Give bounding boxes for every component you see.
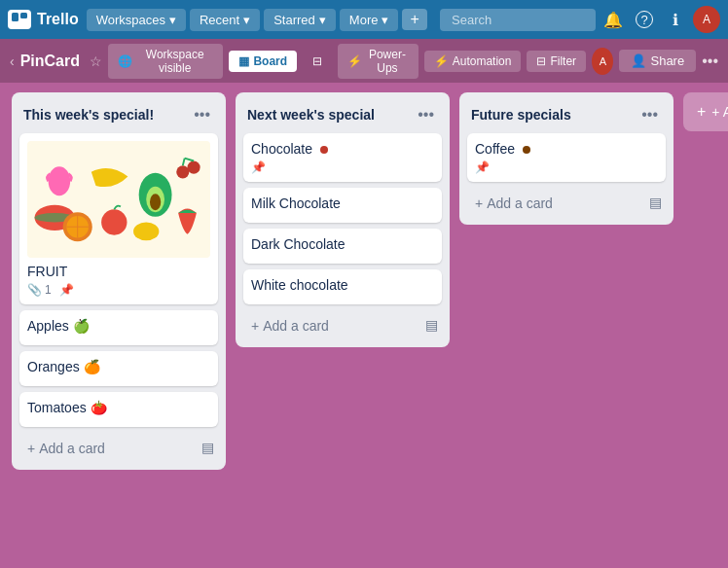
plus-icon: + — [475, 195, 483, 211]
card-meta: 📎 1 📌 — [27, 283, 210, 297]
list-header: Future specials ••• — [467, 100, 666, 133]
add-card-button[interactable]: + Add a card — [19, 435, 198, 462]
template-icon: ▤ — [425, 317, 438, 333]
template-icon: ▤ — [649, 195, 662, 210]
board-more-button[interactable]: ••• — [702, 53, 718, 70]
recent-menu[interactable]: Recent ▾ — [190, 9, 260, 31]
add-from-template-button[interactable]: ▤ — [645, 191, 666, 214]
card-fruit[interactable]: ✏ — [19, 133, 218, 304]
card-meta: 📌 — [475, 160, 658, 174]
back-arrow-button[interactable]: ‹ — [10, 53, 15, 69]
card-white-chocolate[interactable]: White chocolate — [243, 269, 442, 304]
pin-icon: 📌 — [251, 160, 266, 174]
starred-menu[interactable]: Starred ▾ — [264, 9, 336, 31]
card-title: White chocolate — [251, 277, 434, 293]
chevron-down-icon: ▾ — [169, 13, 176, 27]
svg-point-18 — [49, 166, 71, 195]
trello-wordmark: Trello — [37, 11, 79, 28]
board-content: This week's special! ••• ✏ — [0, 83, 728, 568]
globe-icon: 🌐 — [118, 54, 132, 68]
help-button[interactable]: ? — [631, 6, 658, 33]
board-title: PinCard — [20, 53, 80, 70]
card-apples[interactable]: Apples 🍏 — [19, 310, 218, 345]
chevron-down-icon: ▾ — [319, 13, 326, 27]
ellipsis-icon: ••• — [702, 53, 718, 69]
add-card-button[interactable]: + Add a card — [467, 190, 645, 217]
list-title: This week's special! — [23, 107, 154, 123]
card-tomatoes[interactable]: Tomatoes 🍅 — [19, 392, 218, 427]
add-from-template-button[interactable]: ▤ — [198, 436, 218, 459]
share-button[interactable]: 👤 Share — [619, 50, 696, 72]
add-card-button[interactable]: + Add a card — [243, 312, 421, 339]
svg-point-9 — [188, 161, 200, 174]
star-button[interactable]: ☆ — [90, 53, 102, 69]
template-icon: ▤ — [201, 440, 214, 455]
add-list-button[interactable]: + + Add another — [683, 92, 728, 131]
filter-button[interactable]: ⊟ Filter — [527, 51, 586, 72]
add-card-row: + Add a card ▤ — [19, 433, 218, 462]
color-dot — [320, 146, 328, 154]
card-milk-chocolate[interactable]: Milk Chocolate — [243, 188, 442, 223]
card-dark-chocolate[interactable]: Dark Chocolate — [243, 229, 442, 264]
board-header-right: ⚡ Power-Ups ⚡ Automation ⊟ Filter A 👤 Sh… — [338, 44, 718, 79]
list-header: Next week's special ••• — [243, 100, 442, 133]
svg-point-17 — [133, 223, 159, 241]
sliders-icon: ⊟ — [312, 54, 322, 68]
plus-icon: + — [410, 11, 419, 28]
card-meta: 📌 — [251, 160, 434, 174]
list-title: Next week's special — [247, 107, 375, 123]
card-title: Milk Chocolate — [251, 195, 434, 211]
bell-icon: 🔔 — [603, 11, 623, 29]
question-icon: ? — [636, 11, 653, 28]
pin-indicator: 📌 — [59, 283, 74, 297]
svg-point-16 — [101, 209, 127, 234]
attachment-count: 📎 1 — [27, 283, 52, 297]
star-icon: ☆ — [90, 53, 102, 69]
svg-rect-0 — [12, 13, 18, 21]
pin-icon: 📌 — [475, 160, 490, 174]
user-avatar[interactable]: A — [693, 6, 720, 33]
list-menu-button[interactable]: ••• — [414, 104, 438, 125]
svg-rect-1 — [20, 13, 27, 18]
color-dot — [523, 146, 530, 154]
chevron-down-icon: ▾ — [243, 13, 250, 27]
list-menu-button[interactable]: ••• — [637, 104, 662, 125]
card-coffee[interactable]: Coffee 📌 — [467, 133, 666, 182]
board-icon: ▦ — [238, 54, 249, 68]
card-title: Oranges 🍊 — [27, 359, 210, 374]
info-icon: ℹ — [673, 11, 678, 29]
trello-logo-icon — [8, 10, 31, 29]
svg-point-7 — [150, 194, 161, 210]
info-button[interactable]: ℹ — [662, 6, 689, 33]
search-input[interactable] — [440, 9, 596, 31]
plus-icon: + — [251, 318, 259, 334]
more-menu[interactable]: More ▾ — [340, 9, 399, 31]
notification-bell-button[interactable]: 🔔 — [600, 6, 627, 33]
svg-point-8 — [176, 165, 189, 178]
card-title: Coffee — [475, 141, 658, 157]
automation-button[interactable]: ⚡ Automation — [424, 51, 522, 72]
board-member-avatar[interactable]: A — [592, 48, 613, 75]
plus-icon: + — [697, 103, 706, 121]
svg-rect-2 — [27, 145, 210, 255]
create-button[interactable]: + — [402, 9, 426, 30]
add-from-template-button[interactable]: ▤ — [421, 313, 442, 337]
paperclip-icon: 📎 — [27, 283, 42, 297]
custom-fields-button[interactable]: ⊟ — [303, 51, 332, 72]
card-chocolate[interactable]: Chocolate 📌 — [243, 133, 442, 182]
chevron-down-icon: ▾ — [382, 13, 388, 27]
filter-icon: ⊟ — [536, 54, 546, 68]
power-ups-button[interactable]: ⚡ Power-Ups — [338, 44, 419, 79]
pin-icon: 📌 — [59, 283, 74, 297]
workspace-visibility-button[interactable]: 🌐 Workspace visible — [108, 44, 223, 79]
card-oranges[interactable]: Oranges 🍊 — [19, 351, 218, 386]
card-title: Dark Chocolate — [251, 236, 434, 252]
share-icon: 👤 — [631, 53, 646, 68]
board-view-button[interactable]: ▦ Board — [229, 51, 297, 72]
top-navigation: Trello Workspaces ▾ Recent ▾ Starred ▾ M… — [0, 0, 728, 39]
plus-icon: + — [27, 441, 35, 456]
board-header: ‹ PinCard ☆ 🌐 Workspace visible ▦ Board … — [0, 39, 728, 83]
list-menu-button[interactable]: ••• — [190, 104, 214, 125]
workspaces-menu[interactable]: Workspaces ▾ — [87, 9, 186, 31]
trello-logo[interactable]: Trello — [8, 10, 79, 29]
